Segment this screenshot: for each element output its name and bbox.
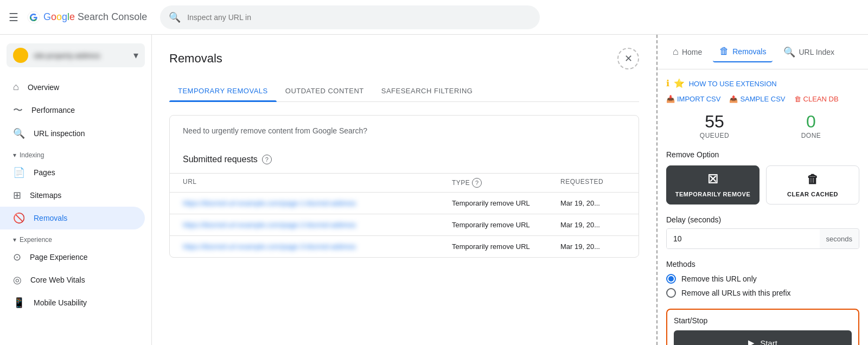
import-csv-label: IMPORT CSV — [677, 95, 720, 103]
close-button[interactable]: ✕ — [617, 48, 639, 69]
tab-safesearch-filtering[interactable]: SAFESEARCH FILTERING — [373, 80, 482, 101]
avatar — [13, 48, 28, 63]
clean-db-label: CLEAN DB — [803, 95, 839, 103]
sample-icon: 📤 — [729, 95, 738, 103]
help-icon[interactable]: ? — [262, 155, 272, 164]
panel-nav-url-index[interactable]: 🔍 URL Index — [777, 42, 841, 62]
remove-option-title: Remove Option — [666, 150, 859, 159]
method-url-prefix[interactable]: Remove all URLs with this prefix — [666, 288, 859, 298]
property-selector[interactable]: site-property-address ▾ — [7, 43, 145, 67]
remove-options: ☒ TEMPORARILY REMOVE 🗑 CLEAR CACHED — [666, 165, 859, 205]
core-web-vitals-icon: ◎ — [13, 274, 22, 286]
right-panel: ⌂ Home 🗑 Removals 🔍 URL Index ℹ ⭐ HOW TO… — [656, 35, 868, 345]
temporarily-remove-label: TEMPORARILY REMOVE — [675, 191, 751, 197]
methods-section: Methods Remove this URL only Remove all … — [666, 260, 859, 298]
sidebar-item-core-web-vitals[interactable]: ◎ Core Web Vitals — [0, 269, 145, 291]
sidebar-item-page-experience[interactable]: ⊙ Page Experience — [0, 246, 145, 269]
url-index-icon: 🔍 — [783, 46, 795, 58]
clear-cached-button[interactable]: 🗑 CLEAR CACHED — [766, 165, 859, 205]
method-url-only[interactable]: Remove this URL only — [666, 274, 859, 284]
row-date: Mar 19, 20... — [560, 199, 626, 207]
extension-link[interactable]: ℹ ⭐ HOW TO USE EXTENSION — [666, 78, 859, 88]
sample-csv-label: SAMPLE CSV — [740, 95, 785, 103]
play-icon: ▶ — [748, 338, 755, 345]
type-help-icon[interactable]: ? — [472, 178, 482, 188]
sidebar-item-label: Mobile Usability — [34, 298, 87, 307]
logo: Google Search Console — [27, 11, 147, 24]
start-stop-label: Start/Stop — [674, 316, 852, 325]
done-stat: 0 DONE — [763, 112, 859, 139]
delay-label: Delay (seconds) — [666, 215, 859, 224]
sidebar-item-label: Page Experience — [30, 253, 88, 261]
action-links: 📥 IMPORT CSV 📤 SAMPLE CSV 🗑 CLEAN DB — [666, 95, 859, 103]
sidebar-item-removals[interactable]: 🚫 Removals — [0, 207, 145, 229]
tab-outdated-content[interactable]: OUTDATED CONTENT — [277, 80, 373, 101]
start-button[interactable]: ▶ Start — [674, 330, 852, 345]
main-content: Removals ✕ TEMPORARY REMOVALS OUTDATED C… — [152, 35, 656, 345]
sidebar-item-label: URL inspection — [34, 129, 85, 138]
table-row: https://blurred-url-example.com/page-3-b… — [170, 236, 639, 257]
sidebar-item-sitemaps[interactable]: ⊞ Sitemaps — [0, 184, 145, 207]
extension-label: ⭐ HOW TO USE EXTENSION — [674, 78, 777, 88]
panel-nav-removals[interactable]: 🗑 Removals — [713, 41, 773, 62]
panel-nav-home[interactable]: ⌂ Home — [666, 42, 709, 62]
queued-label: QUEUED — [666, 132, 763, 139]
experience-section: ▾ Experience — [0, 229, 151, 246]
google-logo-icon — [27, 11, 40, 24]
sidebar: site-property-address ▾ ⌂ Overview 〜 Per… — [0, 35, 152, 345]
search-bar[interactable]: 🔍 — [160, 5, 540, 29]
sidebar-item-overview[interactable]: ⌂ Overview — [0, 76, 145, 98]
sidebar-item-label: Removals — [34, 214, 67, 222]
panel-nav-label: Home — [682, 48, 702, 56]
delay-section: Delay (seconds) seconds — [666, 215, 859, 249]
page-title: Removals — [169, 52, 222, 66]
sample-csv-link[interactable]: 📤 SAMPLE CSV — [729, 95, 785, 103]
menu-icon[interactable]: ☰ — [9, 11, 18, 24]
panel-nav-label: URL Index — [799, 48, 834, 56]
pages-icon: 📄 — [13, 167, 25, 178]
sitemaps-icon: ⊞ — [13, 189, 21, 201]
app-title: Google Search Console — [43, 11, 147, 23]
stats-row: 55 QUEUED 0 DONE — [666, 112, 859, 139]
sidebar-item-performance[interactable]: 〜 Performance — [0, 98, 145, 122]
queued-stat: 55 QUEUED — [666, 112, 763, 139]
sidebar-item-label: Overview — [28, 83, 59, 92]
tab-temporary-removals[interactable]: TEMPORARY REMOVALS — [169, 80, 277, 101]
indexing-label: Indexing — [20, 151, 44, 159]
property-name: site-property-address — [34, 52, 133, 60]
import-csv-link[interactable]: 📥 IMPORT CSV — [666, 95, 720, 103]
import-icon: 📥 — [666, 95, 675, 103]
panel-nav-label: Removals — [732, 47, 766, 56]
delay-input[interactable] — [667, 229, 820, 248]
sidebar-item-mobile-usability[interactable]: 📱 Mobile Usability — [0, 291, 145, 314]
start-stop-section: Start/Stop ▶ Start — [666, 309, 859, 345]
col-url-header: URL — [183, 178, 452, 188]
removals-nav-icon: 🗑 — [719, 46, 729, 57]
topbar: ☰ Google Search Console 🔍 — [0, 0, 868, 35]
table-row: https://blurred-url-example.com/page-2-b… — [170, 214, 639, 236]
clean-db-link[interactable]: 🗑 CLEAN DB — [794, 95, 839, 103]
temporarily-remove-button[interactable]: ☒ TEMPORARILY REMOVE — [666, 165, 760, 205]
chevron-icon: ▾ — [13, 151, 16, 159]
method-url-prefix-label: Remove all URLs with this prefix — [681, 289, 791, 297]
sidebar-item-label: Sitemaps — [30, 191, 61, 200]
page-experience-icon: ⊙ — [13, 251, 21, 263]
search-input[interactable] — [187, 13, 531, 22]
row-url: https://blurred-url-example.com/page-3-b… — [183, 242, 452, 251]
mobile-usability-icon: 📱 — [13, 297, 25, 309]
submitted-requests-label: Submitted requests — [183, 155, 258, 164]
chevron-icon: ▾ — [13, 236, 16, 244]
method-url-only-label: Remove this URL only — [681, 274, 757, 283]
tabs: TEMPORARY REMOVALS OUTDATED CONTENT SAFE… — [169, 80, 639, 102]
search-icon: 🔍 — [169, 11, 181, 23]
url-inspection-icon: 🔍 — [13, 127, 25, 139]
panel-body: ℹ ⭐ HOW TO USE EXTENSION 📥 IMPORT CSV 📤 … — [658, 69, 868, 345]
sidebar-item-pages[interactable]: 📄 Pages — [0, 161, 145, 184]
submitted-title: Submitted requests ? — [183, 155, 626, 164]
sidebar-item-url-inspection[interactable]: 🔍 URL inspection — [0, 122, 145, 145]
row-date: Mar 19, 20... — [560, 242, 626, 251]
row-type: Temporarily remove URL — [452, 242, 560, 251]
done-label: DONE — [763, 132, 859, 139]
clean-db-icon: 🗑 — [794, 95, 801, 103]
removals-icon: 🚫 — [13, 212, 25, 224]
